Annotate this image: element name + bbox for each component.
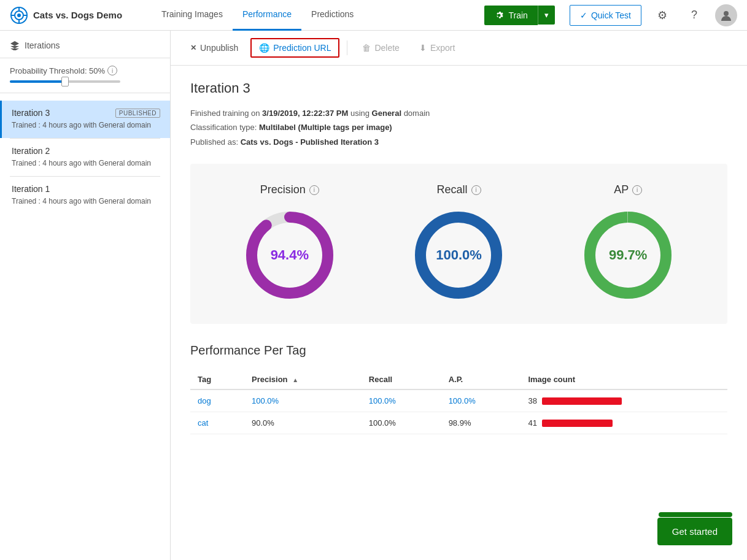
tab-training-images[interactable]: Training Images — [152, 0, 233, 31]
precision-info-icon[interactable]: i — [309, 185, 319, 195]
help-icon[interactable]: ? — [683, 4, 705, 26]
precision-label: Precision i — [260, 183, 319, 196]
iteration-1-name: Iteration 1 — [12, 184, 50, 194]
user-avatar[interactable] — [715, 4, 737, 26]
iteration-item-1[interactable]: Iteration 1 Trained : 4 hours ago with G… — [0, 177, 170, 214]
cat-image-count: 41 — [521, 412, 727, 434]
probability-slider[interactable] — [10, 80, 120, 83]
main-layout: Iterations Probability Threshold: 50% i … — [0, 31, 747, 560]
ap-label: AP i — [614, 183, 642, 196]
recall-metric: Recall i 100.0% — [409, 183, 508, 304]
slider-container — [10, 80, 160, 83]
cat-recall: 100.0% — [362, 412, 441, 434]
ap-info-icon[interactable]: i — [632, 185, 642, 195]
export-label: Export — [430, 43, 455, 53]
iteration-1-meta: Trained : 4 hours ago with General domai… — [12, 196, 160, 207]
iteration-item-2[interactable]: Iteration 2 Trained : 4 hours ago with G… — [0, 139, 170, 176]
ap-metric: AP i 99.7% — [579, 183, 677, 304]
published-badge: PUBLISHED — [115, 109, 160, 118]
delete-icon: 🗑 — [362, 43, 371, 53]
train-button[interactable]: Train — [484, 6, 538, 25]
ap-value: 99.7% — [609, 247, 647, 263]
dog-image-count: 38 — [521, 389, 727, 412]
recall-info-icon[interactable]: i — [471, 185, 481, 195]
precision-value: 94.4% — [271, 247, 309, 263]
iteration-2-meta: Trained : 4 hours ago with General domai… — [12, 158, 160, 169]
header-row: Tag Precision ▲ Recall A.P. Image count — [190, 370, 727, 389]
iteration-3-name: Iteration 3 — [12, 108, 50, 118]
col-precision[interactable]: Precision ▲ — [244, 370, 362, 389]
cat-bar — [542, 420, 613, 427]
export-icon: ⬇ — [419, 43, 427, 53]
perf-per-tag-title: Performance Per Tag — [190, 343, 727, 358]
probability-info-icon[interactable]: i — [107, 66, 117, 75]
unpublish-label: Unpublish — [200, 43, 238, 53]
gear-icon — [494, 10, 504, 20]
x-icon: ✕ — [190, 44, 196, 52]
ap-donut: 99.7% — [579, 206, 677, 304]
sidebar-header: Iterations — [0, 40, 170, 58]
header: Cats vs. Dogs Demo Training Images Perfo… — [0, 0, 747, 31]
unpublish-button[interactable]: ✕ Unpublish — [183, 39, 246, 56]
quick-test-label: Quick Test — [591, 10, 631, 20]
svg-point-2 — [17, 13, 21, 17]
quick-test-button[interactable]: ✓ Quick Test — [570, 5, 641, 26]
slider-thumb[interactable] — [61, 77, 69, 86]
slider-fill — [10, 80, 65, 83]
col-image-count: Image count — [521, 370, 727, 389]
train-button-group: Train ▾ — [484, 6, 555, 25]
cat-ap: 98.9% — [441, 412, 521, 434]
precision-metric: Precision i 94.4% — [241, 183, 339, 304]
tag-cat: cat — [190, 412, 244, 434]
metrics-section: Precision i 94.4% Recall — [190, 164, 727, 324]
content-area: Iteration 3 Finished training on 3/19/20… — [171, 66, 747, 449]
sort-icon: ▲ — [292, 377, 298, 383]
col-recall: Recall — [362, 370, 441, 389]
delete-button[interactable]: 🗑 Delete — [355, 39, 406, 56]
dog-ap: 100.0% — [441, 389, 521, 412]
cat-bar-cell: 41 — [528, 418, 720, 428]
iteration-item-3[interactable]: Iteration 3 PUBLISHED Trained : 4 hours … — [0, 101, 170, 138]
train-dropdown-button[interactable]: ▾ — [538, 6, 555, 25]
dog-bar-cell: 38 — [528, 396, 720, 405]
avatar-icon — [719, 9, 733, 22]
iteration-title: Iteration 3 — [190, 80, 727, 96]
recall-label: Recall i — [436, 183, 481, 196]
prediction-url-button[interactable]: 🌐 Prediction URL — [250, 38, 339, 58]
probability-label: Probability Threshold: 50% i — [10, 66, 160, 75]
export-button[interactable]: ⬇ Export — [412, 39, 462, 56]
table-row: dog 100.0% 100.0% 100.0% 38 — [190, 389, 727, 412]
info-line-2: Classification type: Multilabel (Multipl… — [190, 120, 727, 134]
recall-value: 100.0% — [436, 247, 482, 263]
tab-predictions[interactable]: Predictions — [301, 0, 363, 31]
settings-icon[interactable]: ⚙ — [651, 4, 673, 26]
iteration-3-meta: Trained : 4 hours ago with General domai… — [12, 120, 160, 131]
iteration-3-header: Iteration 3 PUBLISHED — [12, 108, 160, 118]
performance-table: Tag Precision ▲ Recall A.P. Image count … — [190, 370, 727, 434]
iteration-1-header: Iteration 1 — [12, 184, 160, 194]
train-label: Train — [509, 10, 528, 20]
get-started-button[interactable]: Get started — [657, 518, 732, 545]
green-indicator — [659, 512, 732, 517]
dog-recall: 100.0% — [362, 389, 441, 412]
toolbar-separator — [347, 40, 347, 55]
dog-link[interactable]: dog — [198, 396, 211, 405]
prediction-url-label: Prediction URL — [273, 43, 331, 53]
toolbar: ✕ Unpublish 🌐 Prediction URL 🗑 Delete ⬇ … — [171, 31, 747, 66]
sidebar: Iterations Probability Threshold: 50% i … — [0, 31, 171, 560]
dog-bar — [542, 397, 622, 405]
checkmark-icon: ✓ — [580, 10, 587, 20]
iteration-2-header: Iteration 2 — [12, 146, 160, 156]
cat-link[interactable]: cat — [198, 418, 208, 428]
sidebar-divider-2 — [0, 93, 170, 93]
layers-icon — [10, 40, 20, 50]
app-logo: Cats vs. Dogs Demo — [10, 6, 122, 25]
info-line-3: Published as: Cats vs. Dogs - Published … — [190, 135, 727, 149]
globe-icon: 🌐 — [259, 43, 269, 53]
table-body: dog 100.0% 100.0% 100.0% 38 cat — [190, 389, 727, 434]
info-line-1: Finished training on 3/19/2019, 12:22:37… — [190, 106, 727, 120]
col-tag: Tag — [190, 370, 244, 389]
tag-dog: dog — [190, 389, 244, 412]
tab-performance[interactable]: Performance — [233, 0, 301, 31]
recall-donut: 100.0% — [409, 206, 508, 304]
